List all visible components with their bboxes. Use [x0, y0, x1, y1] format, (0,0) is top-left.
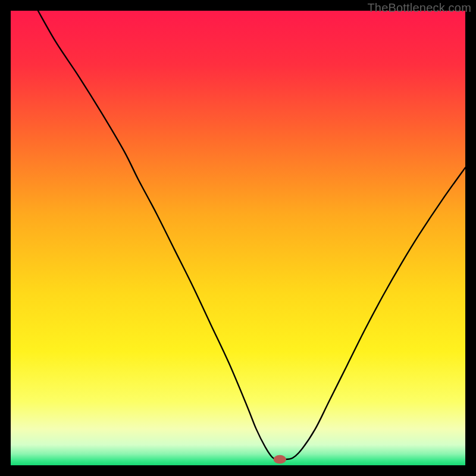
bottleneck-chart [11, 11, 465, 465]
optimal-point-marker [274, 455, 286, 464]
plot-area [11, 11, 465, 465]
watermark-text: TheBottleneck.com [367, 1, 471, 15]
gradient-background [11, 11, 465, 465]
chart-frame: TheBottleneck.com [0, 0, 476, 476]
